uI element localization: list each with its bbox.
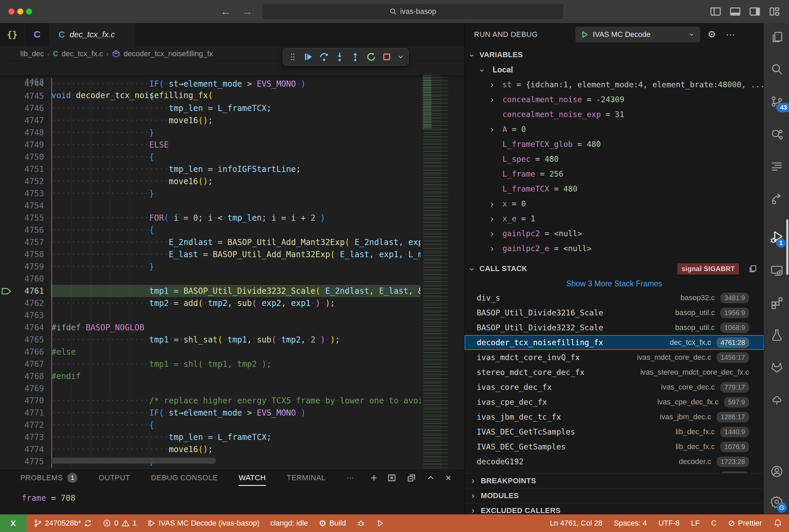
line-number[interactable]: 4759 (24, 261, 44, 273)
line-number[interactable]: 4772 (24, 419, 44, 431)
variable-row-L_spec[interactable]: L_spec = 480 (464, 152, 764, 167)
line-number[interactable]: 4748 (24, 127, 44, 139)
line-number[interactable]: 4774 (24, 443, 44, 456)
code-line-4750[interactable]: 4750····················{ (0, 151, 464, 163)
code-line-4763[interactable]: 4763 (0, 309, 464, 322)
command-center-search[interactable]: ivas-basop (262, 3, 564, 20)
clangd-status-item[interactable]: clangd: idle (270, 519, 308, 528)
testing-icon[interactable] (764, 325, 789, 345)
line-number[interactable]: 4751 (24, 163, 44, 175)
code-line-4767[interactable]: 4767····················tmp1·=·shl(·tmp1… (0, 358, 464, 370)
gutter[interactable]: 4774 (0, 443, 52, 456)
code-line-4759[interactable]: 4759····················} (0, 261, 464, 273)
variable-row-gainlpc2_e[interactable]: ›gainlpc2_e = <null> (464, 241, 764, 256)
bug-item[interactable] (357, 519, 365, 527)
account-icon[interactable] (764, 461, 789, 481)
watch-expression-row[interactable]: frame = 708 (22, 493, 75, 503)
chevron-icon[interactable]: › (488, 243, 496, 254)
line-number[interactable]: 4760 (24, 273, 44, 285)
stack-frame-ivas_cpe_dec_fx[interactable]: ivas_cpe_dec_fxivas_cpe_dec_fx.c597:9 (464, 395, 764, 410)
chevron-icon[interactable]: › (488, 94, 496, 105)
line-number[interactable]: 4769 (24, 382, 44, 395)
run-task-item[interactable] (376, 519, 384, 527)
code-line-4762[interactable]: 4762····················tmp2·=·add(·tmp2… (0, 297, 464, 309)
variable-row-L_frame[interactable]: L_frame = 256 (464, 167, 764, 182)
gutter[interactable]: 4773 (0, 431, 52, 443)
code-line-4771[interactable]: 4771····················IF(·st→element_m… (0, 407, 464, 419)
history-back-icon[interactable]: ← (220, 6, 231, 17)
gutter[interactable]: 4749 (0, 139, 52, 151)
line-number[interactable]: 4752 (24, 175, 44, 188)
line-number[interactable]: 4761 (24, 285, 44, 297)
variables-section-header[interactable]: › VARIABLES (464, 48, 764, 62)
code-line-4748[interactable]: 4748····················} (0, 127, 464, 139)
line-number[interactable]: 4754 (24, 200, 44, 212)
encoding-item[interactable]: UTF-8 (658, 519, 679, 528)
code-line-4772[interactable]: 4772····················{ (0, 419, 464, 431)
gitlab-icon[interactable] (764, 357, 789, 377)
scrollbar-thumb[interactable] (786, 219, 788, 275)
panel-tab--[interactable]: ⋯ (346, 469, 354, 487)
debug-toolbar-more-icon[interactable] (397, 50, 404, 64)
gutter[interactable]: 4765 (0, 334, 52, 346)
variable-row-L_frameTCX[interactable]: L_frameTCX = 480 (464, 182, 764, 196)
gutter[interactable]: 4747 (0, 114, 52, 127)
chevron-icon[interactable]: › (488, 213, 496, 224)
gutter[interactable]: 4767 (0, 358, 52, 370)
gutter[interactable]: 4757 (0, 236, 52, 248)
code-line-4773[interactable]: 4773························tmp_len·=·L_… (0, 431, 464, 443)
line-number[interactable]: 4764 (24, 322, 44, 334)
gutter[interactable]: 4768 (0, 370, 52, 382)
step-over-button[interactable] (319, 50, 329, 64)
gutter[interactable]: 4751 (0, 163, 52, 175)
breakpoints-section-header[interactable]: › BREAKPOINTS (464, 473, 764, 488)
toggle-primary-sidebar-icon[interactable] (710, 6, 721, 17)
build-item[interactable]: ⚙ Build (319, 519, 346, 528)
code-line-4752[interactable]: 4752························move16(); (0, 175, 464, 188)
chevron-icon[interactable]: › (488, 79, 496, 90)
stack-frame-IVAS_DEC_GetTcSamples[interactable]: IVAS_DEC_GetTcSampleslib_dec_fx.c1440:9 (464, 424, 764, 439)
gutter[interactable]: 4759 (0, 261, 52, 273)
minimize-window-button[interactable] (17, 8, 23, 15)
line-number[interactable]: 4749 (24, 139, 44, 151)
restart-button[interactable] (365, 50, 376, 64)
variable-row-Local[interactable]: ›Local (464, 62, 764, 77)
line-number[interactable]: 4771 (24, 407, 44, 419)
step-out-button[interactable] (350, 50, 361, 64)
panel-tab-output[interactable]: OUTPUT (98, 469, 130, 487)
gutter[interactable]: 4760 (0, 273, 52, 285)
horizontal-scrollbar-thumb[interactable] (51, 458, 216, 464)
code-editor[interactable]: 4744····················IF(·st→element_m… (0, 75, 464, 469)
tab-dec-tcx-fx[interactable]: C dec_tcx_fx.c (50, 23, 135, 46)
chevron-icon[interactable]: › (477, 66, 487, 74)
source-control-icon[interactable]: 43 (764, 91, 789, 112)
line-number[interactable]: 4757 (24, 236, 44, 248)
gutter[interactable]: 4750 (0, 151, 52, 163)
add-watch-icon[interactable]: + (371, 472, 377, 483)
gutter[interactable]: 4754 (0, 200, 52, 212)
code-line-4754[interactable]: 4754 (0, 200, 464, 212)
variable-row-concealment_noise_exp[interactable]: concealment_noise_exp = 31 (464, 107, 764, 122)
gutter[interactable]: 4762 (0, 297, 52, 309)
stack-frame-main[interactable]: maindecoder.c604:17 (464, 469, 764, 473)
stop-button[interactable] (381, 50, 392, 64)
customize-layout-icon[interactable] (769, 6, 780, 17)
breadcrumb-symbol[interactable]: decoder_tcx_noisefilling_fx (123, 50, 213, 58)
variable-row-A[interactable]: ›A = 0 (464, 122, 764, 137)
collapse-all-icon[interactable] (407, 473, 416, 482)
stack-frame-ivas_mdct_core_invQ_fx[interactable]: ivas_mdct_core_invQ_fxivas_mdct_core_dec… (464, 350, 764, 365)
line-number[interactable]: 4747 (24, 114, 44, 127)
step-into-button[interactable] (334, 50, 345, 64)
line-number[interactable]: 4766 (24, 346, 44, 358)
drag-handle-icon[interactable] (287, 50, 298, 64)
line-number[interactable]: 4756 (24, 224, 44, 236)
chevron-icon[interactable]: › (488, 199, 496, 209)
code-line-4774[interactable]: 4774························move16(); (0, 443, 464, 456)
close-window-button[interactable] (8, 8, 15, 15)
line-number[interactable]: 4770 (24, 395, 44, 407)
variable-row-x_e[interactable]: ›x_e = 1 (464, 211, 764, 226)
code-line-4747[interactable]: 4747························move16(); (0, 114, 464, 127)
continue-button[interactable] (303, 50, 314, 64)
gutter[interactable]: 4764 (0, 322, 52, 334)
output-list-icon[interactable] (764, 156, 789, 177)
